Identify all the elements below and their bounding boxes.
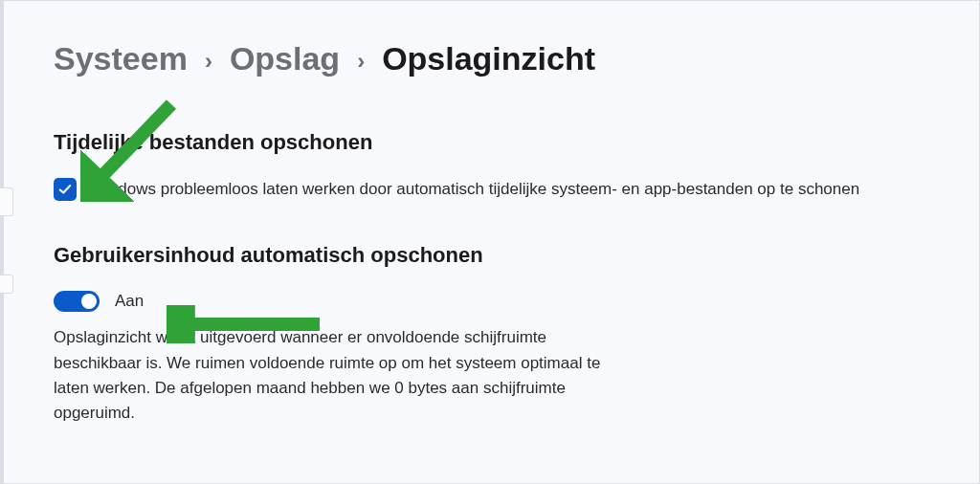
breadcrumb: Systeem › Opslag › Opslaginzicht <box>54 41 929 77</box>
section-heading-user-content: Gebruikersinhoud automatisch opschonen <box>54 243 929 268</box>
temp-files-checkbox-label: Windows probleemloos laten werken door a… <box>90 180 859 199</box>
breadcrumb-current: Opslaginzicht <box>382 41 595 77</box>
left-edge-tab <box>0 275 13 294</box>
breadcrumb-storage[interactable]: Opslag <box>230 41 340 77</box>
storage-sense-toggle-label: Aan <box>115 292 144 311</box>
chevron-right-icon: › <box>357 50 365 73</box>
storage-sense-description: Opslaginzicht wordt uitgevoerd wanneer e… <box>54 325 637 426</box>
section-heading-temp-files: Tijdelijke bestanden opschonen <box>54 130 929 155</box>
checkmark-icon <box>58 183 72 196</box>
storage-sense-toggle[interactable] <box>54 291 100 312</box>
left-edge-tab <box>0 187 13 216</box>
breadcrumb-system[interactable]: Systeem <box>54 41 188 77</box>
temp-files-checkbox-row: Windows probleemloos laten werken door a… <box>54 178 929 201</box>
toggle-thumb <box>81 294 97 309</box>
temp-files-checkbox[interactable] <box>54 178 77 201</box>
chevron-right-icon: › <box>205 50 212 73</box>
storage-sense-toggle-row: Aan <box>54 291 929 312</box>
settings-page: Systeem › Opslag › Opslaginzicht Tijdeli… <box>0 0 980 484</box>
